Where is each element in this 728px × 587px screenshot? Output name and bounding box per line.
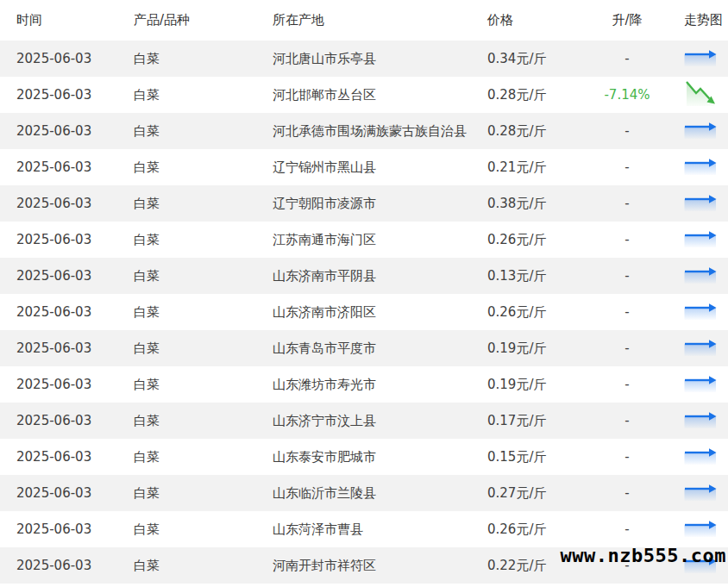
cell-origin: 山东青岛市平度市 bbox=[273, 330, 487, 366]
cell-product: 白菜 bbox=[134, 330, 273, 366]
cell-origin: 辽宁朝阳市凌源市 bbox=[273, 185, 487, 222]
table-row: 2025-06-03 白菜 山东济南市平阴县 0.13元/斤 - bbox=[0, 258, 728, 294]
cell-origin: 河北邯郸市丛台区 bbox=[273, 77, 487, 113]
cell-change: - bbox=[599, 439, 662, 475]
cell-trend bbox=[662, 330, 728, 366]
cell-product: 白菜 bbox=[134, 547, 273, 584]
trend-flat-arrow-icon[interactable] bbox=[684, 225, 717, 256]
cell-time: 2025-06-03 bbox=[0, 149, 134, 185]
cell-time: 2025-06-03 bbox=[0, 511, 134, 547]
table-row: 2025-06-03 白菜 河北唐山市乐亭县 0.34元/斤 - bbox=[0, 41, 728, 77]
cell-change: - bbox=[599, 475, 662, 511]
cell-change: - bbox=[599, 41, 662, 77]
table-row: 2025-06-03 白菜 山东临沂市兰陵县 0.27元/斤 - bbox=[0, 475, 728, 511]
table-row: 2025-06-03 白菜 河北邯郸市丛台区 0.28元/斤 -7.14% bbox=[0, 77, 728, 113]
cell-origin: 山东济南市济阳区 bbox=[273, 294, 487, 330]
cell-change: - bbox=[599, 330, 662, 366]
cell-origin: 江苏南通市海门区 bbox=[273, 222, 487, 258]
cell-product: 白菜 bbox=[134, 403, 273, 439]
trend-flat-arrow-icon[interactable] bbox=[684, 515, 717, 546]
cell-trend bbox=[662, 185, 728, 222]
cell-trend bbox=[662, 77, 728, 113]
cell-time: 2025-06-03 bbox=[0, 113, 134, 149]
trend-flat-arrow-icon[interactable] bbox=[684, 116, 717, 147]
trend-flat-arrow-icon[interactable] bbox=[684, 297, 717, 328]
column-header-time: 时间 bbox=[0, 0, 134, 41]
cell-change: - bbox=[599, 149, 662, 185]
cell-price: 0.28元/斤 bbox=[487, 113, 599, 149]
cell-price: 0.19元/斤 bbox=[487, 366, 599, 403]
cell-price: 0.15元/斤 bbox=[487, 439, 599, 475]
price-table: 时间 产品/品种 所在产地 价格 升/降 走势图 2025-06-03 白菜 河… bbox=[0, 0, 728, 584]
cell-trend bbox=[662, 439, 728, 475]
cell-price: 0.28元/斤 bbox=[487, 77, 599, 113]
table-header-row: 时间 产品/品种 所在产地 价格 升/降 走势图 bbox=[0, 0, 728, 41]
table-row: 2025-06-03 白菜 山东济南市济阳区 0.26元/斤 - bbox=[0, 294, 728, 330]
cell-change: - bbox=[599, 222, 662, 258]
cell-price: 0.26元/斤 bbox=[487, 294, 599, 330]
cell-product: 白菜 bbox=[134, 113, 273, 149]
cell-price: 0.38元/斤 bbox=[487, 185, 599, 222]
cell-time: 2025-06-03 bbox=[0, 403, 134, 439]
cell-trend bbox=[662, 113, 728, 149]
cell-change: - bbox=[599, 258, 662, 294]
cell-price: 0.19元/斤 bbox=[487, 330, 599, 366]
cell-product: 白菜 bbox=[134, 149, 273, 185]
cell-product: 白菜 bbox=[134, 511, 273, 547]
cell-time: 2025-06-03 bbox=[0, 41, 134, 77]
trend-flat-arrow-icon[interactable] bbox=[684, 370, 717, 401]
trend-flat-arrow-icon[interactable] bbox=[684, 189, 717, 220]
cell-product: 白菜 bbox=[134, 222, 273, 258]
cell-time: 2025-06-03 bbox=[0, 294, 134, 330]
column-header-product: 产品/品种 bbox=[134, 0, 273, 41]
cell-price: 0.34元/斤 bbox=[487, 41, 599, 77]
table-row: 2025-06-03 白菜 辽宁锦州市黑山县 0.21元/斤 - bbox=[0, 149, 728, 185]
cell-trend bbox=[662, 222, 728, 258]
cell-origin: 山东济宁市汶上县 bbox=[273, 403, 487, 439]
trend-flat-arrow-icon[interactable] bbox=[684, 44, 717, 75]
trend-flat-arrow-icon[interactable] bbox=[684, 478, 717, 509]
cell-price: 0.26元/斤 bbox=[487, 222, 599, 258]
cell-change: - bbox=[599, 403, 662, 439]
cell-product: 白菜 bbox=[134, 77, 273, 113]
column-header-trend: 走势图 bbox=[662, 0, 728, 41]
cell-product: 白菜 bbox=[134, 439, 273, 475]
column-header-price: 价格 bbox=[487, 0, 599, 41]
cell-time: 2025-06-03 bbox=[0, 77, 134, 113]
cell-product: 白菜 bbox=[134, 366, 273, 403]
cell-time: 2025-06-03 bbox=[0, 439, 134, 475]
trend-flat-arrow-icon[interactable] bbox=[684, 334, 717, 365]
cell-product: 白菜 bbox=[134, 294, 273, 330]
cell-change: - bbox=[599, 294, 662, 330]
table-row: 2025-06-03 白菜 山东泰安市肥城市 0.15元/斤 - bbox=[0, 439, 728, 475]
trend-flat-arrow-icon[interactable] bbox=[684, 406, 717, 437]
cell-time: 2025-06-03 bbox=[0, 547, 134, 584]
cell-price: 0.13元/斤 bbox=[487, 258, 599, 294]
site-watermark: www.nzb555.com bbox=[561, 545, 726, 566]
cell-origin: 山东泰安市肥城市 bbox=[273, 439, 487, 475]
trend-flat-arrow-icon[interactable] bbox=[684, 442, 717, 473]
cell-time: 2025-06-03 bbox=[0, 330, 134, 366]
table-row: 2025-06-03 白菜 山东菏泽市曹县 0.26元/斤 - bbox=[0, 511, 728, 547]
cell-time: 2025-06-03 bbox=[0, 258, 134, 294]
cell-origin: 山东菏泽市曹县 bbox=[273, 511, 487, 547]
cell-trend bbox=[662, 403, 728, 439]
cell-trend bbox=[662, 294, 728, 330]
column-header-change: 升/降 bbox=[599, 0, 662, 41]
table-row: 2025-06-03 白菜 山东青岛市平度市 0.19元/斤 - bbox=[0, 330, 728, 366]
cell-product: 白菜 bbox=[134, 185, 273, 222]
cell-change: - bbox=[599, 366, 662, 403]
trend-down-arrow-icon[interactable] bbox=[684, 80, 717, 111]
cell-trend bbox=[662, 258, 728, 294]
trend-flat-arrow-icon[interactable] bbox=[684, 261, 717, 292]
cell-origin: 山东济南市平阴县 bbox=[273, 258, 487, 294]
cell-origin: 山东潍坊市寿光市 bbox=[273, 366, 487, 403]
table-row: 2025-06-03 白菜 江苏南通市海门区 0.26元/斤 - bbox=[0, 222, 728, 258]
cell-trend bbox=[662, 475, 728, 511]
cell-product: 白菜 bbox=[134, 258, 273, 294]
cell-origin: 河北承德市围场满族蒙古族自治县 bbox=[273, 113, 487, 149]
table-row: 2025-06-03 白菜 山东济宁市汶上县 0.17元/斤 - bbox=[0, 403, 728, 439]
cell-trend bbox=[662, 149, 728, 185]
trend-flat-arrow-icon[interactable] bbox=[684, 153, 717, 184]
cell-price: 0.27元/斤 bbox=[487, 475, 599, 511]
